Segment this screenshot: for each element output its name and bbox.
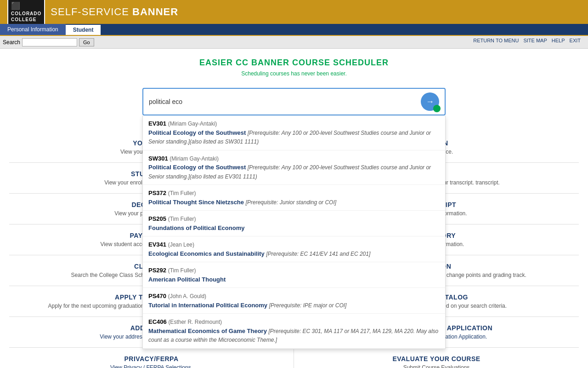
dropdown-item[interactable]: PS372 (Tim Fuller)Political Thought Sinc…: [143, 185, 445, 211]
banner-bold: BANNER: [132, 6, 178, 17]
evaluate-course-cell: EVALUATE YOUR COURSE Submit Course Evalu…: [294, 348, 579, 368]
scheduler-search-input[interactable]: [149, 98, 417, 105]
search-input[interactable]: [22, 38, 77, 46]
logo-area: ⬛ COLORADO COLLEGE SELF-SERVICE BANNER: [7, 0, 178, 25]
arrow-right-icon: →: [426, 98, 434, 106]
dropdown-item[interactable]: EV301 (Miriam Gay-Antaki)Political Ecolo…: [143, 115, 445, 150]
banner-text: SELF-SERVICE: [51, 6, 132, 17]
return-to-menu-link[interactable]: RETURN TO MENU: [473, 38, 519, 43]
tab-student[interactable]: Student: [66, 24, 101, 35]
page-title: EASIER CC BANNER COURSE SCHEDULER: [0, 58, 588, 68]
help-link[interactable]: HELP: [552, 38, 565, 43]
dropdown-item[interactable]: EV341 (Jean Lee)Ecological Economics and…: [143, 236, 445, 262]
logo-box: ⬛ COLORADO COLLEGE: [7, 0, 45, 25]
header: ⬛ COLORADO COLLEGE SELF-SERVICE BANNER: [0, 0, 588, 24]
logo-line2: COLLEGE: [11, 17, 41, 23]
scheduler-go-button[interactable]: → ↻: [421, 92, 439, 111]
evaluate-course-desc: Submit Course Evaluations: [305, 364, 568, 368]
privacy-ferpa-desc: View Privacy / FERPA Selections.: [20, 364, 283, 368]
search-label: Search: [3, 39, 20, 46]
dropdown-item[interactable]: PS292 (Tim Fuller)American Political Tho…: [143, 262, 445, 288]
exit-link[interactable]: EXIT: [570, 38, 581, 43]
banner-title: SELF-SERVICE BANNER: [51, 6, 178, 18]
site-map-link[interactable]: SITE MAP: [523, 38, 547, 43]
scheduler-widget: → ↻ EV301 (Miriam Gay-Antaki)Political E…: [142, 88, 446, 115]
tab-personal-information[interactable]: Personal Information: [0, 24, 66, 35]
evaluate-course-title: EVALUATE YOUR COURSE: [305, 355, 568, 362]
privacy-ferpa-cell: PRIVACY/FERPA View Privacy / FERPA Selec…: [9, 348, 294, 368]
top-links: RETURN TO MENU SITE MAP HELP EXIT: [473, 38, 588, 43]
dropdown-item[interactable]: PS205 (Tim Fuller)Foundations of Politic…: [143, 211, 445, 236]
main-content: EASIER CC BANNER COURSE SCHEDULER Schedu…: [0, 49, 588, 125]
dropdown-item[interactable]: PS470 (John A. Gould)Tutorial in Interna…: [143, 288, 445, 314]
search-bar: Search Go RETURN TO MENU SITE MAP HELP E…: [0, 36, 588, 49]
dropdown-item[interactable]: EC406 (Esther R. Redmount)Mathematical E…: [143, 314, 445, 349]
refresh-icon: ↻: [433, 105, 441, 112]
go-button[interactable]: Go: [79, 38, 94, 46]
dropdown-item[interactable]: SW301 (Miriam Gay-Antaki)Political Ecolo…: [143, 150, 445, 185]
page-subtitle: Scheduling courses has never been easier…: [0, 70, 588, 77]
search-dropdown: EV301 (Miriam Gay-Antaki)Political Ecolo…: [142, 115, 446, 349]
logo-line1: COLORADO: [11, 11, 41, 17]
nav-bar: Personal Information Student: [0, 24, 588, 36]
logo-icon: ⬛: [11, 1, 41, 11]
scheduler-input-row: → ↻: [142, 88, 446, 115]
privacy-ferpa-title: PRIVACY/FERPA: [20, 355, 283, 362]
